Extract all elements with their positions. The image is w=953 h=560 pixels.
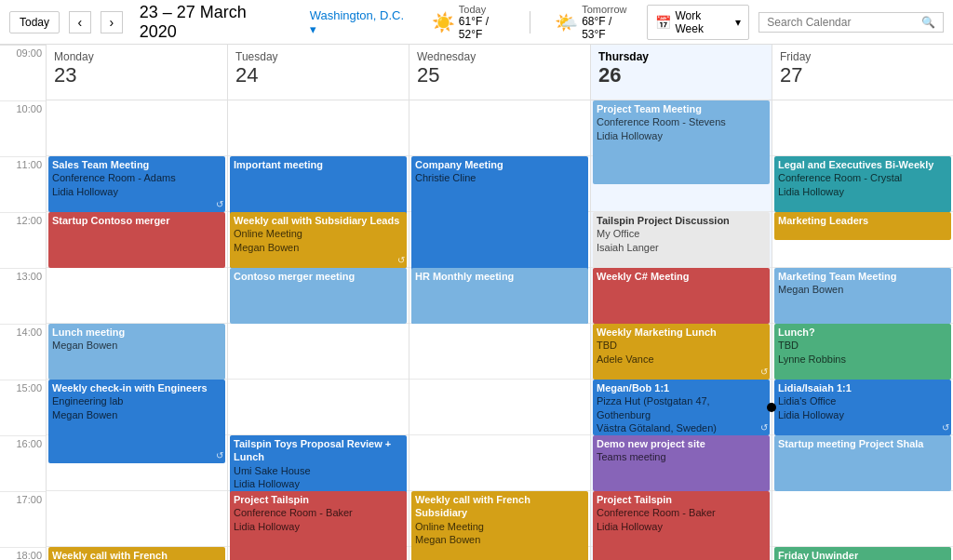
day-number: 24 — [235, 63, 401, 87]
tomorrow-weather-icon: 🌤️ — [555, 11, 578, 33]
calendar-event[interactable]: Contoso merger meeting — [230, 268, 407, 324]
hour-line — [409, 100, 590, 156]
days-grid: Monday 23Sales Team MeetingConference Ro… — [47, 45, 953, 560]
calendar-event[interactable]: Demo new project siteTeams meeting — [593, 435, 770, 491]
calendar-event[interactable]: Weekly Marketing LunchTBDAdele Vance↺ — [593, 324, 770, 380]
calendar-event[interactable]: Megan/Bob 1:1Pizza Hut (Postgatan 47, Go… — [593, 380, 770, 435]
day-header: Wednesday 25 — [409, 45, 590, 100]
calendar-grid: 09:0010:0011:0012:0013:0014:0015:0016:00… — [0, 45, 953, 560]
day-header: Monday 23 — [47, 45, 227, 100]
calendar-event[interactable]: Project Team MeetingConference Room - St… — [593, 100, 770, 184]
scroll-indicator: ↺ — [760, 421, 768, 433]
calendar-event[interactable]: Weekly C# Meeting — [593, 268, 770, 324]
calendar-event[interactable]: Marketing Team MeetingMegan Bowen — [774, 268, 951, 324]
day-slots: Legal and Executives Bi-WeeklyConference… — [772, 100, 953, 560]
day-number: 27 — [780, 63, 946, 87]
time-slot: 16:00 — [0, 436, 46, 492]
time-slots: 09:0010:0011:0012:0013:0014:0015:0016:00… — [0, 46, 46, 560]
days-container: Monday 23Sales Team MeetingConference Ro… — [47, 45, 953, 560]
day-slots: Sales Team MeetingConference Room - Adam… — [47, 100, 227, 560]
day-number: 23 — [54, 63, 220, 87]
time-slot: 11:00 — [0, 157, 46, 213]
hour-line — [228, 324, 409, 380]
calendar-event[interactable]: Legal and Executives Bi-WeeklyConference… — [774, 156, 951, 212]
calendar-event[interactable]: Tailspin Project DiscussionMy OfficeIsai… — [593, 212, 770, 268]
calendar-event[interactable]: Weekly call with French SubsidiaryOnline… — [411, 491, 588, 560]
hour-line — [409, 380, 590, 435]
event-dot — [767, 403, 776, 412]
time-slot: 12:00 — [0, 213, 46, 269]
calendar-event[interactable]: Marketing Leaders — [774, 212, 951, 240]
calendar-event[interactable]: Friday UnwinderCafeteriaMegan Bowen — [774, 547, 951, 560]
search-box[interactable]: 🔍 — [758, 12, 944, 33]
day-column-thursday: Thursday 26Project Team MeetingConferenc… — [591, 45, 772, 560]
day-name: Thursday — [598, 50, 764, 63]
view-selector[interactable]: 📅 Work Week ▾ — [647, 5, 749, 40]
search-input[interactable] — [767, 16, 916, 29]
weather-separator — [530, 11, 530, 33]
calendar-header: Today ‹ › 23 – 27 March 2020 Washington,… — [0, 0, 953, 45]
today-weather: ☀️ Today 61°F / 52°F — [432, 4, 515, 41]
calendar-event[interactable]: Project TailspinConference Room - BakerL… — [230, 491, 407, 560]
calendar-event[interactable]: Weekly call with Subsidiary LeadsOnline … — [230, 212, 407, 268]
scroll-indicator: ↺ — [397, 254, 405, 266]
today-weather-icon: ☀️ — [432, 11, 455, 33]
day-slots: Important meeting↺Weekly call with Subsi… — [228, 100, 409, 560]
prev-button[interactable]: ‹ — [69, 11, 91, 33]
time-slot: 15:00 — [0, 380, 46, 436]
calendar-event[interactable]: HR Monthly meeting — [411, 268, 588, 324]
scroll-indicator: ↺ — [216, 449, 223, 461]
day-number: 25 — [417, 63, 583, 87]
scroll-indicator: ↺ — [942, 421, 949, 433]
date-range: 23 – 27 March 2020 — [140, 3, 288, 42]
calendar-event[interactable]: Lunch?TBDLynne Robbins — [774, 324, 951, 380]
calendar-event[interactable]: Lidia/Isaiah 1:1Lidia's OfficeLidia Holl… — [774, 380, 951, 435]
tomorrow-weather: 🌤️ Tomorrow 68°F / 53°F — [555, 4, 638, 41]
day-column-tuesday: Tuesday 24Important meeting↺Weekly call … — [228, 45, 409, 560]
location-selector[interactable]: Washington, D.C. ▾ — [310, 8, 413, 36]
hour-line — [47, 491, 227, 547]
scroll-indicator: ↺ — [760, 366, 768, 378]
time-slot: 10:00 — [0, 101, 46, 157]
hour-line — [409, 324, 590, 380]
chevron-down-icon: ▾ — [735, 16, 741, 29]
day-name: Friday — [780, 50, 946, 63]
today-button[interactable]: Today — [9, 11, 60, 33]
calendar-event[interactable]: Weekly call with French SubsidiaryOnline… — [48, 547, 225, 560]
hour-line — [772, 100, 953, 156]
day-number: 26 — [598, 63, 764, 87]
time-slot: 14:00 — [0, 325, 46, 380]
calendar-event[interactable]: Sales Team MeetingConference Room - Adam… — [48, 156, 225, 212]
hour-line — [228, 100, 409, 156]
day-column-friday: Friday 27Legal and Executives Bi-WeeklyC… — [772, 45, 953, 560]
day-column-monday: Monday 23Sales Team MeetingConference Ro… — [47, 45, 228, 560]
hour-line — [228, 380, 409, 435]
time-slot: 17:00 — [0, 492, 46, 548]
day-name: Monday — [54, 50, 220, 63]
day-header: Tuesday 24 — [228, 45, 409, 100]
calendar-event[interactable]: Startup Contoso merger — [48, 212, 225, 268]
day-name: Tuesday — [235, 50, 401, 63]
hour-line — [772, 491, 953, 547]
time-slot: 18:00 — [0, 548, 46, 560]
time-slot: 13:00 — [0, 269, 46, 325]
hour-line — [47, 100, 227, 156]
day-slots: Project Team MeetingConference Room - St… — [591, 100, 772, 560]
search-icon: 🔍 — [921, 16, 935, 29]
day-header: Friday 27 — [772, 45, 953, 100]
day-column-wednesday: Wednesday 25Company MeetingChristie Clin… — [409, 45, 591, 560]
hour-line — [409, 435, 590, 491]
next-button[interactable]: › — [101, 11, 123, 33]
day-header: Thursday 26 — [591, 45, 772, 100]
time-column: 09:0010:0011:0012:0013:0014:0015:0016:00… — [0, 45, 47, 560]
day-name: Wednesday — [417, 50, 583, 63]
day-slots: Company MeetingChristie Cline↺HR Monthly… — [409, 100, 590, 560]
calendar-event[interactable]: Project TailspinConference Room - BakerL… — [593, 491, 770, 560]
calendar-event[interactable]: Startup meeting Project Shala — [774, 435, 951, 491]
calendar-event[interactable]: Lunch meetingMegan Bowen — [48, 324, 225, 380]
calendar-event[interactable]: Weekly check-in with EngineersEngineerin… — [48, 380, 225, 463]
scroll-indicator: ↺ — [216, 198, 223, 210]
time-slot: 09:00 — [0, 46, 46, 101]
hour-line — [47, 268, 227, 324]
